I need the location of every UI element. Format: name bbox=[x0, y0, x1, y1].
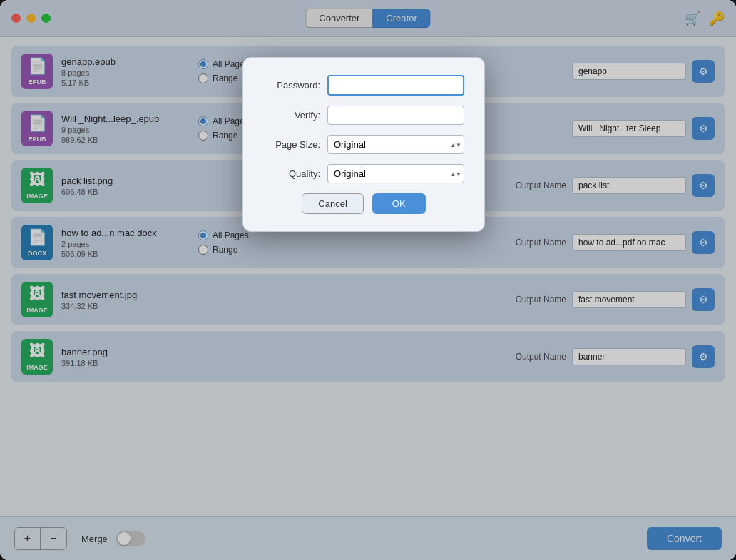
password-input[interactable] bbox=[327, 75, 464, 96]
modal-overlay: Password: Verify: Page Size: Original A4… bbox=[0, 0, 736, 560]
verify-row: Verify: bbox=[263, 106, 464, 125]
page-size-select[interactable]: Original A4 Letter Legal bbox=[327, 135, 464, 154]
app-window: Converter Creator 🛒 🔑 📄 EPUB genapp.epub… bbox=[0, 0, 736, 560]
cancel-button[interactable]: Cancel bbox=[302, 193, 363, 214]
password-modal: Password: Verify: Page Size: Original A4… bbox=[242, 57, 485, 232]
quality-select[interactable]: Original High Medium Low bbox=[327, 164, 464, 183]
ok-button[interactable]: OK bbox=[372, 193, 426, 214]
quality-select-wrapper: Original High Medium Low ▲▼ bbox=[327, 164, 464, 183]
page-size-label: Page Size: bbox=[263, 139, 320, 150]
verify-input[interactable] bbox=[327, 106, 464, 125]
password-label: Password: bbox=[263, 80, 320, 91]
quality-label: Quality: bbox=[263, 168, 320, 179]
page-size-row: Page Size: Original A4 Letter Legal ▲▼ bbox=[263, 135, 464, 154]
quality-row: Quality: Original High Medium Low ▲▼ bbox=[263, 164, 464, 183]
verify-label: Verify: bbox=[263, 110, 320, 121]
page-size-select-wrapper: Original A4 Letter Legal ▲▼ bbox=[327, 135, 464, 154]
modal-buttons: Cancel OK bbox=[263, 193, 464, 214]
password-row: Password: bbox=[263, 75, 464, 96]
